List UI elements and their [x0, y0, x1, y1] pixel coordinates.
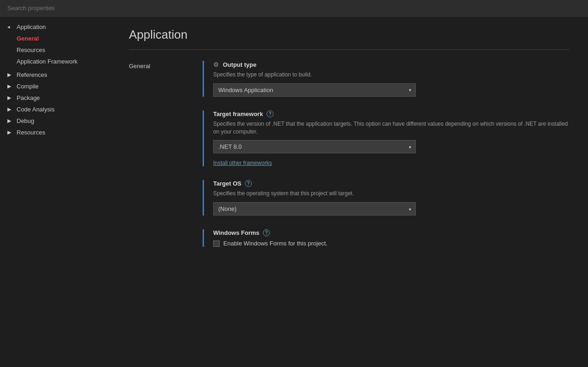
- sidebar-item-references[interactable]: ▶ References: [0, 69, 111, 81]
- section-divider: [129, 49, 570, 50]
- target-os-header: Target OS ?: [213, 180, 570, 187]
- output-type-dropdown-wrapper: Windows Application Class Library Consol…: [213, 83, 416, 97]
- target-framework-group: Target framework ? Specifies the version…: [203, 111, 570, 167]
- chevron-right-icon: ▶: [7, 72, 15, 78]
- section-content: ⚙ Output type Specifies the type of appl…: [203, 61, 570, 261]
- sidebar-item-label: Code Analysis: [17, 106, 54, 113]
- sidebar-item-label: Package: [17, 94, 40, 101]
- sidebar-item-resources2[interactable]: ▶ Resources: [0, 127, 111, 138]
- sidebar-item-debug[interactable]: ▶ Debug: [0, 115, 111, 127]
- sidebar-item-general[interactable]: General: [0, 33, 111, 44]
- target-framework-dropdown-wrapper: .NET 8.0 .NET 7.0 .NET 6.0 ▾: [213, 140, 416, 153]
- target-os-desc: Specifies the operating system that this…: [213, 190, 570, 198]
- search-bar: [0, 0, 588, 17]
- windows-forms-group: Windows Forms ? Enable Windows Forms for…: [203, 229, 570, 247]
- windows-forms-title: Windows Forms: [213, 229, 259, 236]
- sidebar-item-code-analysis[interactable]: ▶ Code Analysis: [0, 104, 111, 115]
- sidebar-item-compile[interactable]: ▶ Compile: [0, 81, 111, 92]
- windows-forms-checkbox-label[interactable]: Enable Windows Forms for this project.: [223, 240, 327, 247]
- windows-forms-checkbox-row: Enable Windows Forms for this project.: [213, 240, 570, 247]
- help-icon[interactable]: ?: [267, 111, 274, 117]
- target-os-dropdown[interactable]: (None) Windows Linux macOS: [213, 202, 416, 216]
- sidebar-item-label: Resources: [17, 47, 45, 53]
- target-framework-dropdown[interactable]: .NET 8.0 .NET 7.0 .NET 6.0: [213, 140, 416, 153]
- search-input[interactable]: [7, 5, 581, 12]
- sidebar-item-package[interactable]: ▶ Package: [0, 92, 111, 104]
- target-framework-header: Target framework ?: [213, 111, 570, 117]
- target-os-title: Target OS: [213, 180, 241, 187]
- page-title: Application: [129, 28, 570, 42]
- chevron-right-icon: ▶: [7, 118, 15, 124]
- chevron-down-icon: ◂: [7, 24, 15, 30]
- output-type-group: ⚙ Output type Specifies the type of appl…: [203, 61, 570, 97]
- output-type-title: Output type: [223, 61, 256, 68]
- target-os-group: Target OS ? Specifies the operating syst…: [203, 180, 570, 216]
- help-icon[interactable]: ?: [245, 180, 252, 187]
- output-type-dropdown[interactable]: Windows Application Class Library Consol…: [213, 83, 416, 97]
- install-frameworks-link[interactable]: Install other frameworks: [213, 160, 272, 166]
- windows-forms-header: Windows Forms ?: [213, 229, 570, 236]
- output-type-header: ⚙ Output type: [213, 61, 570, 68]
- sidebar-item-resources[interactable]: Resources: [0, 44, 111, 56]
- target-framework-title: Target framework: [213, 111, 263, 117]
- windows-forms-checkbox[interactable]: [213, 240, 220, 247]
- sidebar-item-label: Application: [17, 23, 46, 30]
- sidebar-item-label: Compile: [17, 83, 39, 90]
- target-framework-desc: Specifies the version of .NET that the a…: [213, 120, 570, 136]
- chevron-right-icon: ▶: [7, 95, 15, 101]
- chevron-right-icon: ▶: [7, 106, 15, 112]
- section-layout: General ⚙ Output type Specifies the type…: [129, 61, 570, 261]
- content-area: Application General ⚙ Output type Specif…: [111, 17, 588, 367]
- sidebar-item-label: Application Framework: [17, 58, 77, 65]
- chevron-right-icon: ▶: [7, 83, 15, 89]
- sidebar-item-label: Resources: [17, 129, 45, 136]
- sidebar: ◂ Application General Resources Applicat…: [0, 17, 111, 367]
- gear-icon: ⚙: [213, 61, 219, 68]
- sidebar-item-label: General: [17, 35, 39, 42]
- sidebar-item-application-framework[interactable]: Application Framework: [0, 56, 111, 67]
- section-label: General: [129, 61, 203, 261]
- sidebar-item-label: References: [17, 71, 47, 78]
- target-os-dropdown-wrapper: (None) Windows Linux macOS ▾: [213, 202, 416, 216]
- chevron-right-icon: ▶: [7, 129, 15, 135]
- help-icon[interactable]: ?: [263, 229, 270, 236]
- sidebar-item-application[interactable]: ◂ Application: [0, 21, 111, 33]
- sidebar-item-label: Debug: [17, 117, 34, 124]
- output-type-desc: Specifies the type of application to bui…: [213, 71, 570, 79]
